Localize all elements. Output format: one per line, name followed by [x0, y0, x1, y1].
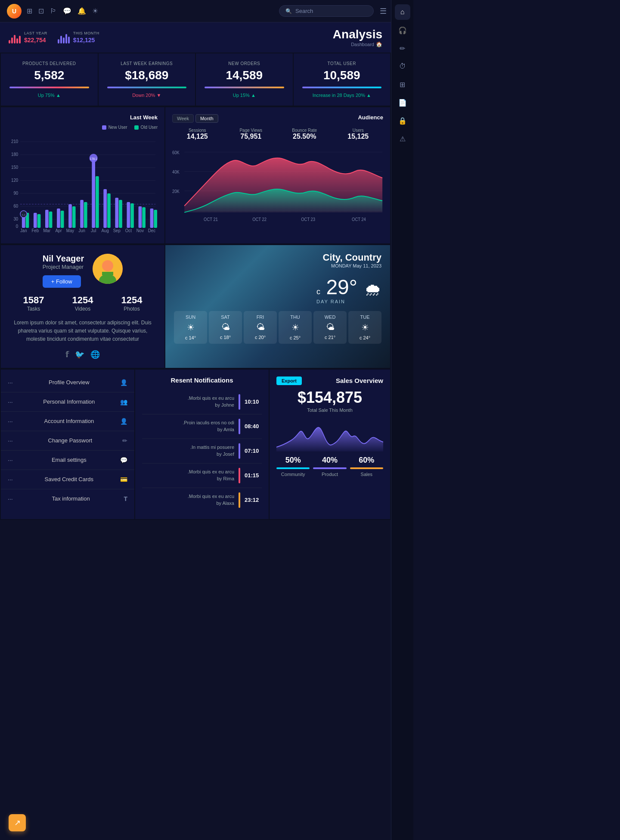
export-button[interactable]: Export — [276, 376, 302, 385]
forecast-sun: SUN ☀ c 14° — [174, 311, 207, 344]
menu-item-credit[interactable]: ··· Saved Credit Cards 💳 — [1, 470, 134, 489]
svg-text:180: 180 — [11, 152, 19, 157]
svg-text:OCT 21: OCT 21 — [204, 217, 218, 222]
notif-text-3: .In mattis mi posuereby Josef — [142, 444, 234, 457]
forecast-fri-icon: 🌤 — [245, 322, 275, 332]
sidebar-grid-icon[interactable]: ⊞ — [395, 77, 410, 92]
menu-item-profile[interactable]: ··· Profile Overview 👤 — [1, 373, 134, 392]
twitter-icon[interactable]: 🐦 — [75, 350, 84, 359]
aud-bounce-value: 25.50% — [279, 133, 330, 140]
hamburger-icon[interactable]: ☰ — [380, 6, 387, 16]
weather-content: City, Country MONDAY May 11, 2023 c 29° … — [165, 245, 390, 351]
audience-tabs: Week Month — [172, 114, 218, 123]
this-month-stat: THIS MONTH $12,125 — [58, 31, 99, 44]
svg-rect-23 — [61, 211, 64, 228]
weather-panel: City, Country MONDAY May 11, 2023 c 29° … — [165, 245, 390, 368]
flag-icon[interactable]: 🏳 — [50, 7, 57, 15]
menu-icon-personal: 👥 — [120, 398, 127, 405]
user-avatar[interactable]: U — [7, 4, 22, 19]
menu-icon-credit: 💳 — [120, 476, 127, 483]
notif-item-3: .In mattis mi posuereby Josef 07:10 — [142, 439, 262, 464]
svg-text:40K: 40K — [172, 170, 180, 174]
breakdown-sales-pct: 60% — [350, 456, 383, 465]
aud-users: Users 15,125 — [333, 128, 384, 140]
svg-text:Mar: Mar — [43, 228, 51, 233]
forecast-wed: WED 🌤 c 21° — [313, 311, 347, 344]
notif-item-5: .Morbi quis ex eu arcuby Alaxa 23:12 — [142, 488, 262, 512]
breadcrumb: Dashboard 🏠 — [333, 41, 382, 47]
breakdown-product-bar — [313, 467, 346, 469]
aud-users-label: Users — [333, 128, 384, 133]
weather-condition: DAY RAIN — [316, 299, 357, 304]
kpi-users-bar — [302, 87, 382, 88]
kpi-products-trend: Up 75% ▲ — [9, 93, 89, 98]
search-bar[interactable]: 🔍 — [279, 5, 374, 17]
svg-rect-32 — [115, 198, 118, 228]
bar-chart-svg: 210 180 150 120 90 60 30 0 — [8, 133, 158, 236]
menu-dots-6: ··· — [8, 476, 13, 483]
svg-text:178.1: 178.1 — [90, 157, 97, 160]
weather-unit: c — [316, 287, 320, 296]
notif-bar-5 — [239, 492, 240, 508]
globe-icon[interactable]: 🌐 — [90, 350, 100, 359]
notifications-title: Resent Notifications — [142, 376, 262, 384]
metric-photos-value: 1254 — [109, 295, 154, 306]
sales-header: Export Sales Overview — [276, 376, 383, 385]
aud-sessions: Sessions 14,125 — [172, 128, 223, 140]
weather-date: MONDAY May 11, 2023 — [174, 263, 381, 268]
menu-item-personal[interactable]: ··· Personal Information 👥 — [1, 392, 134, 412]
menu-dots-5: ··· — [8, 457, 13, 464]
notif-text-1: .Morbi quis ex eu arcuby Johne — [142, 395, 234, 408]
notif-text-2: .Proin iaculis eros no odiby Amla — [142, 420, 234, 433]
svg-rect-33 — [119, 200, 122, 228]
sidebar-headphone-icon[interactable]: 🎧 — [395, 22, 410, 38]
aud-pageviews-value: 75,951 — [226, 133, 276, 140]
notif-item-2: .Proin iaculis eros no odiby Amla 08:40 — [142, 414, 262, 439]
sidebar-lock-icon[interactable]: 🔒 — [395, 113, 410, 128]
menu-icon-password: ✏ — [122, 437, 127, 444]
metric-tasks-value: 1587 — [11, 295, 56, 306]
menu-item-email[interactable]: ··· Email settings 💬 — [1, 451, 134, 470]
svg-rect-20 — [45, 210, 49, 228]
facebook-icon[interactable]: 𝕗 — [65, 350, 69, 359]
tab-week[interactable]: Week — [172, 114, 194, 123]
menu-label-credit: Saved Credit Cards — [18, 476, 120, 482]
svg-text:May: May — [66, 228, 74, 233]
forecast-tue: TUE ☀ c 24° — [348, 311, 381, 344]
legend-new-user-label: New User — [108, 125, 127, 130]
sidebar-alert-icon[interactable]: ⚠ — [395, 131, 410, 146]
menu-item-password[interactable]: ··· Change Passwort ✏ — [1, 431, 134, 451]
home-icon: 🏠 — [376, 41, 382, 47]
sidebar-home-icon[interactable]: ⌂ — [395, 4, 410, 20]
expand-icon[interactable]: ⊡ — [38, 7, 44, 15]
menu-label-personal: Personal Information — [18, 398, 120, 405]
last-week-title: Last Week — [8, 114, 158, 121]
sidebar-doc-icon[interactable]: 📄 — [395, 95, 410, 110]
svg-text:20K: 20K — [172, 189, 180, 194]
notif-bar-3 — [239, 443, 240, 459]
forecast-tue-icon: ☀ — [350, 322, 380, 333]
svg-text:Oct: Oct — [125, 228, 132, 233]
chart-legend: New User Old User — [8, 125, 158, 130]
tab-month[interactable]: Month — [195, 114, 218, 123]
sidebar-clock-icon[interactable]: ⏱ — [395, 59, 410, 74]
search-input[interactable] — [295, 8, 367, 14]
menu-item-account[interactable]: ··· Account Information 👤 — [1, 412, 134, 431]
social-icons: 𝕗 🐦 🌐 — [65, 350, 100, 359]
sidebar-edit-icon[interactable]: ✏ — [395, 40, 410, 56]
follow-button[interactable]: + Follow — [43, 275, 81, 288]
svg-rect-37 — [142, 207, 146, 228]
grid-icon[interactable]: ⊞ — [27, 7, 32, 15]
nav-icon-group: ⊞ ⊡ 🏳 💬 🔔 ☀ — [27, 7, 153, 15]
profile-weather-row: Nil Yeager Project Manager + Follow 1587 — [0, 244, 391, 369]
menu-item-tax[interactable]: ··· Tax information T — [1, 489, 134, 508]
floating-action-button[interactable]: ↗ — [9, 814, 26, 831]
menu-label-profile: Profile Overview — [18, 379, 120, 386]
sun-icon[interactable]: ☀ — [92, 7, 98, 15]
last-week-chart-panel: Last Week New User Old User — [1, 107, 164, 243]
bell-icon[interactable]: 🔔 — [78, 7, 86, 15]
audience-header: Week Month Audience — [172, 114, 383, 123]
message-icon[interactable]: 💬 — [63, 7, 71, 15]
svg-text:60K: 60K — [172, 150, 180, 155]
kpi-products-bar — [9, 87, 89, 88]
